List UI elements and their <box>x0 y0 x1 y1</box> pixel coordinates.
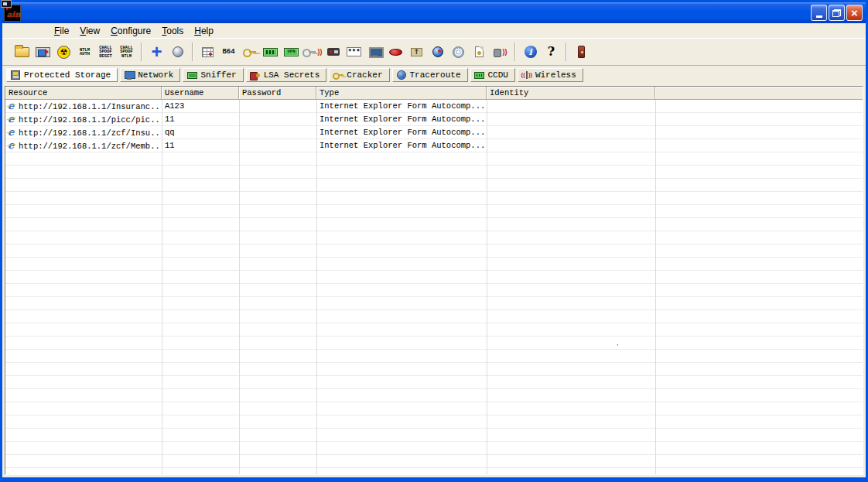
type-cell: Internet Explorer Form Autocomp... <box>316 139 487 152</box>
tab-lsa-secrets[interactable]: LSA Secrets <box>246 68 327 82</box>
cain-window: ain File View Configure Tools Help NTLM … <box>2 2 866 477</box>
sniffer-start-button[interactable] <box>32 41 53 63</box>
column-header-type[interactable]: Type <box>316 87 487 100</box>
table-row[interactable]: http://192.168.1.1/picc/pic... 11 Intern… <box>5 113 863 126</box>
network-icon <box>124 70 135 80</box>
tab-label: Wireless <box>535 70 576 80</box>
base64-decoder-icon: B64 <box>222 49 234 56</box>
vpn-decoder-icon: VPN <box>284 48 299 56</box>
restore-icon <box>832 9 841 17</box>
toolbar-separator <box>192 43 193 61</box>
chall-spoof-ntlm-button[interactable]: CHALL SPOOF NTLM <box>116 41 137 63</box>
remote-desktop-button[interactable] <box>364 41 385 63</box>
desktop: { "window": { "title": "", "logo_text": … <box>0 0 868 482</box>
menu-tools[interactable]: Tools <box>156 25 189 37</box>
password-cell <box>239 139 316 152</box>
close-button[interactable] <box>846 5 863 21</box>
tab-protected-storage[interactable]: Protected Storage <box>6 68 118 82</box>
resource-cell: http://192.168.1.1/picc/pic... <box>5 113 162 126</box>
box-revealer-button[interactable]: *** <box>343 41 364 63</box>
gold-key-icon <box>243 47 257 56</box>
hash-calculator-button[interactable] <box>260 41 281 63</box>
menu-configure[interactable]: Configure <box>105 25 156 37</box>
open-folder-icon <box>15 47 29 57</box>
base64-decoder-button[interactable]: B64 <box>218 41 239 63</box>
ntlm-auth-icon: NTLM AUTH <box>80 48 90 56</box>
tab-ccdu[interactable]: CCDU <box>470 68 515 82</box>
tab-sniffer[interactable]: Sniffer <box>183 68 243 82</box>
hash-calculator-icon <box>263 48 278 56</box>
ntlm-auth-button[interactable]: NTLM AUTH <box>74 41 95 63</box>
traceroute-globe-icon <box>396 70 407 80</box>
audio-signal-icon <box>494 47 507 57</box>
open-folder-button[interactable] <box>12 41 32 63</box>
page-key-icon <box>475 46 484 57</box>
minimize-button[interactable] <box>811 5 827 21</box>
blue-sphere-button[interactable] <box>427 41 448 63</box>
column-header-username[interactable]: Username <box>162 87 239 100</box>
password-cell <box>239 113 316 126</box>
type-cell: Internet Explorer Form Autocomp... <box>316 100 487 113</box>
menu-help[interactable]: Help <box>189 25 219 37</box>
wireless-antenna-icon: (()) <box>521 70 532 80</box>
radiation-icon <box>57 46 70 59</box>
tab-label: CCDU <box>488 70 508 80</box>
apr-start-button[interactable] <box>53 41 74 63</box>
column-divider <box>655 100 656 474</box>
asterisks-label: *** <box>347 50 360 56</box>
tab-wireless[interactable]: (()) Wireless <box>518 68 583 82</box>
exit-button[interactable] <box>571 41 592 63</box>
chall-spoof-ntlm-icon: CHALL SPOOF NTLM <box>120 46 133 59</box>
stray-mark: , <box>617 340 619 347</box>
table-row[interactable]: http://192.168.1.1/Insuranc... A123 Inte… <box>5 100 863 113</box>
close-icon <box>851 6 858 20</box>
column-header-resource[interactable]: Resource <box>5 87 162 100</box>
wireless-key-button[interactable]: )) <box>302 41 323 63</box>
cd-disc-button[interactable] <box>448 41 469 63</box>
column-divider <box>316 100 317 474</box>
list-header: Resource Username Password Type Identity <box>5 87 863 100</box>
audio-signal-button[interactable] <box>490 41 511 63</box>
dialup-decoder-button[interactable] <box>323 41 343 63</box>
info-button[interactable]: i <box>520 41 541 63</box>
identity-cell <box>487 100 655 113</box>
menu-file[interactable]: File <box>49 25 74 37</box>
add-item-button[interactable]: + <box>146 41 167 63</box>
ccdu-icon <box>474 70 485 80</box>
table-row[interactable]: http://192.168.1.1/zcf/Memb... 11 Intern… <box>5 139 863 152</box>
column-header-password[interactable]: Password <box>239 87 316 100</box>
menu-bar: File View Configure Tools Help <box>2 23 866 38</box>
resource-text: http://192.168.1.1/zcf/Memb... <box>19 142 162 151</box>
resource-text: http://192.168.1.1/picc/pic... <box>19 115 162 125</box>
column-header-identity[interactable]: Identity <box>487 87 655 100</box>
resource-text: http://192.168.1.1/zcf/Insu... <box>19 128 162 138</box>
grey-sphere-button[interactable] <box>167 41 188 63</box>
tab-bar: Protected Storage Network Sniffer LSA Se… <box>2 66 866 84</box>
red-oval-button[interactable] <box>385 41 406 63</box>
tab-label: Sniffer <box>200 70 236 80</box>
sniffer-icon <box>186 70 197 80</box>
vpn-decoder-button[interactable]: VPN <box>281 41 302 63</box>
page-key-button[interactable] <box>469 41 490 63</box>
restore-button[interactable] <box>829 5 845 21</box>
column-header-blank[interactable] <box>655 87 863 100</box>
type-cell: Internet Explorer Form Autocomp... <box>316 126 487 139</box>
tab-network[interactable]: Network <box>120 68 180 82</box>
cd-disc-icon <box>453 46 464 58</box>
box-up-arrow-button[interactable] <box>406 41 427 63</box>
tab-cracker[interactable]: Cracker <box>329 68 389 82</box>
tab-traceroute[interactable]: Traceroute <box>392 68 468 82</box>
chall-spoof-reset-button[interactable]: CHALL SPOOF RESET <box>95 41 116 63</box>
identity-cell <box>487 126 655 139</box>
title-bar[interactable]: ain <box>2 2 866 23</box>
internet-explorer-icon <box>7 115 16 125</box>
password-cell <box>239 126 316 139</box>
list-view: Resource Username Password Type Identity… <box>5 86 863 475</box>
table-row[interactable]: http://192.168.1.1/zcf/Insu... qq Intern… <box>5 126 863 139</box>
dialup-decoder-icon <box>327 48 340 56</box>
database-key-button[interactable] <box>239 41 260 63</box>
tab-label: Network <box>138 70 173 80</box>
menu-view[interactable]: View <box>74 25 105 37</box>
checksum-grid-button[interactable] <box>197 41 218 63</box>
help-button[interactable]: ? <box>541 41 562 63</box>
